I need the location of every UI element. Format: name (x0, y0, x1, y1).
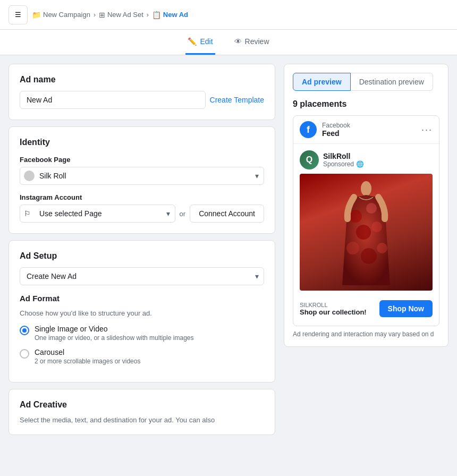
brand-domain: SILKROLL (300, 302, 367, 308)
breadcrumb-sep-2: › (147, 11, 149, 19)
globe-icon: 🌐 (356, 160, 364, 168)
placement-card: f Facebook Feed ··· Q SilkRoll (293, 115, 439, 326)
ad-rendering-note: Ad rendering and interaction may vary ba… (293, 330, 439, 338)
radio-single-image-label: Single Image or Video (35, 325, 193, 333)
breadcrumb-new-ad[interactable]: 📋 New Ad (152, 11, 188, 19)
identity-card: Identity Facebook Page Silk Roll ▾ Insta… (9, 126, 275, 234)
ad-format-section: Ad Format Choose how you'd like to struc… (20, 294, 264, 365)
sponsored-text: Sponsored (323, 160, 354, 168)
top-nav: ☰ 📁 New Campaign › ⊞ New Ad Set › 📋 New … (0, 0, 457, 30)
instagram-row: ⚐ Use selected Page ▾ or Connect Account (20, 205, 264, 223)
fb-page-select[interactable]: Silk Roll (20, 167, 264, 185)
ad-preview-content: Q SilkRoll Sponsored 🌐 (293, 144, 439, 326)
ad-format-title: Ad Format (20, 294, 264, 303)
ad-setup-select[interactable]: Create New Ad (20, 267, 264, 285)
preview-tabs: Ad preview Destination preview (293, 73, 439, 91)
tab-ad-preview[interactable]: Ad preview (293, 73, 351, 91)
tab-review-label: Review (245, 37, 269, 46)
main-layout: Ad name Create Template Identity Faceboo… (0, 55, 457, 475)
ad-set-icon: ⊞ (99, 11, 105, 19)
breadcrumb-ad-label: New Ad (163, 11, 188, 19)
brand-cta: SILKROLL Shop our collection! (300, 302, 367, 316)
identity-title: Identity (20, 138, 264, 147)
placement-type: Feed (322, 129, 350, 138)
ad-name-card: Ad name Create Template (9, 64, 275, 120)
svg-point-6 (361, 248, 377, 264)
or-label: or (180, 210, 186, 218)
more-options-icon[interactable]: ··· (421, 124, 433, 135)
brand-info: SilkRoll Sponsored 🌐 (323, 152, 364, 168)
radio-carousel-labels: Carousel 2 or more scrollable images or … (35, 348, 140, 365)
breadcrumb-sep-1: › (94, 11, 96, 19)
ad-setup-select-wrapper: Create New Ad ▾ (20, 267, 264, 285)
ad-creative-card: Ad Creative Select the media, text, and … (9, 389, 275, 435)
svg-point-7 (377, 243, 387, 253)
sidebar-toggle-icon: ☰ (15, 11, 21, 19)
preview-card: Ad preview Destination preview 9 placeme… (284, 64, 448, 347)
instagram-account-select[interactable]: Use selected Page (20, 205, 175, 223)
ad-format-subtitle: Choose how you'd like to structure your … (20, 309, 264, 317)
sidebar-toggle-button[interactable]: ☰ (9, 5, 28, 24)
tab-edit[interactable]: ✏️ Edit (185, 30, 215, 55)
svg-point-0 (361, 181, 371, 196)
review-icon: 👁 (234, 37, 242, 46)
radio-single-image-sublabel: One image or video, or a slideshow with … (35, 334, 193, 342)
ad-setup-card: Ad Setup Create New Ad ▾ Ad Format Choos… (9, 240, 275, 382)
left-panel: Ad name Create Template Identity Faceboo… (9, 64, 275, 467)
ad-icon: 📋 (152, 11, 161, 19)
placement-header: f Facebook Feed ··· (293, 116, 439, 144)
tab-destination-preview[interactable]: Destination preview (351, 73, 433, 91)
instagram-label: Instagram Account (20, 193, 264, 201)
breadcrumb-new-campaign[interactable]: 📁 New Campaign (32, 11, 90, 19)
instagram-select-wrapper: ⚐ Use selected Page ▾ (20, 205, 175, 223)
radio-single-image-labels: Single Image or Video One image or video… (35, 325, 193, 342)
tab-review[interactable]: 👁 Review (232, 30, 272, 55)
breadcrumb: 📁 New Campaign › ⊞ New Ad Set › 📋 New Ad (32, 11, 188, 19)
brand-tagline: Shop our collection! (300, 308, 367, 316)
campaign-icon: 📁 (32, 11, 41, 19)
svg-point-1 (349, 210, 362, 223)
ad-product-image (300, 174, 433, 291)
svg-point-5 (346, 242, 359, 254)
placement-platform: Facebook (322, 122, 350, 129)
brand-name: SilkRoll (323, 152, 364, 160)
tab-edit-label: Edit (200, 37, 213, 46)
brand-avatar: Q (300, 150, 319, 169)
brand-avatar-letter: Q (300, 150, 319, 169)
radio-carousel-sublabel: 2 or more scrollable images or videos (35, 358, 140, 365)
radio-carousel-label: Carousel (35, 348, 140, 356)
brand-sponsored: Sponsored 🌐 (323, 160, 364, 168)
facebook-platform-icon: f (300, 121, 317, 138)
edit-icon: ✏️ (188, 37, 197, 46)
ad-name-input[interactable] (20, 91, 206, 109)
fb-page-select-wrapper: Silk Roll ▾ (20, 167, 264, 185)
breadcrumb-new-ad-set[interactable]: ⊞ New Ad Set (99, 11, 143, 19)
dress-illustration (332, 179, 401, 285)
ad-name-title: Ad name (20, 75, 264, 84)
radio-carousel-btn[interactable] (20, 349, 29, 359)
svg-point-2 (366, 203, 377, 214)
radio-single-image[interactable]: Single Image or Video One image or video… (20, 325, 264, 342)
create-template-link[interactable]: Create Template (210, 96, 264, 104)
radio-carousel[interactable]: Carousel 2 or more scrollable images or … (20, 348, 264, 365)
connect-account-button[interactable]: Connect Account (190, 205, 264, 223)
ad-creative-subtitle: Select the media, text, and destination … (20, 416, 264, 424)
right-panel: Ad preview Destination preview 9 placeme… (284, 64, 448, 467)
placements-count: 9 placements (293, 99, 439, 109)
tabs-bar: ✏️ Edit 👁 Review (0, 30, 457, 55)
svg-point-3 (356, 225, 371, 240)
ad-setup-title: Ad Setup (20, 251, 264, 261)
ad-name-row: Create Template (20, 91, 264, 109)
breadcrumb-campaign-label: New Campaign (43, 11, 90, 19)
radio-single-image-btn[interactable] (20, 326, 29, 335)
shop-now-button[interactable]: Shop Now (379, 300, 433, 317)
fb-page-avatar (24, 171, 35, 181)
ad-header-row: Q SilkRoll Sponsored 🌐 (300, 150, 433, 169)
fb-page-label: Facebook Page (20, 156, 264, 164)
ad-footer: SILKROLL Shop our collection! Shop Now (300, 296, 433, 319)
placement-info: Facebook Feed (322, 122, 350, 138)
svg-point-4 (371, 222, 382, 232)
ad-creative-title: Ad Creative (20, 400, 264, 410)
instagram-icon: ⚐ (24, 209, 31, 218)
breadcrumb-adset-label: New Ad Set (107, 11, 143, 19)
